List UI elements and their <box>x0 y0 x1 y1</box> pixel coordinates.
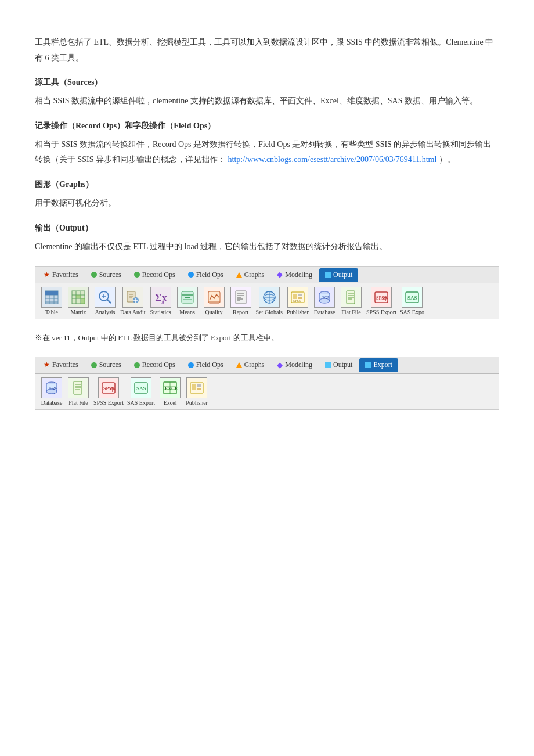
svg-rect-89 <box>197 384 201 387</box>
tool2-spssexport[interactable]: SPSS SPSS Export <box>93 377 124 406</box>
tool-flatfile[interactable]: Flat File <box>340 287 363 315</box>
section2-link[interactable]: http://www.cnblogs.com/esestt/archive/20… <box>228 155 437 164</box>
svg-line-17 <box>107 300 111 303</box>
quality-icon <box>204 287 225 308</box>
graphs-triangle-icon <box>236 272 242 278</box>
tool-means[interactable]: Means <box>176 287 199 315</box>
sources-dot-icon <box>91 272 97 278</box>
section3-title: 图形（Graphs） <box>35 179 499 190</box>
tab2-output[interactable]: Output <box>319 358 358 372</box>
tab1-sources-label: Sources <box>99 271 121 279</box>
svg-text:SPSS: SPSS <box>293 299 301 303</box>
tab1-favorites-label: Favorites <box>52 271 78 279</box>
setglobals-label: Set Globals <box>256 309 283 315</box>
flatfile-label2: Flat File <box>68 399 88 406</box>
tab2-export[interactable]: Export <box>359 358 398 372</box>
modeling-icon: ◆ <box>277 270 283 279</box>
tool2-excel[interactable]: EXCEL Excel <box>158 377 182 406</box>
tab1-graphs[interactable]: Graphs <box>230 268 270 282</box>
tab2-sources[interactable]: Sources <box>85 358 127 372</box>
tab2-favorites[interactable]: ★ Favorites <box>38 358 84 372</box>
spssexport-label: SPSS Export <box>366 309 396 315</box>
tab2-modeling[interactable]: ◆ Modeling <box>271 358 318 372</box>
tool-database[interactable]: SQL Database <box>313 287 336 315</box>
tool-dataaudit[interactable]: Data Audit <box>120 287 146 315</box>
tool-setglobals[interactable]: Set Globals <box>256 287 283 315</box>
tab2-fieldops-label: Field Ops <box>196 361 223 369</box>
tab1-fieldops[interactable]: Field Ops <box>182 268 229 282</box>
database-icon: SQL <box>314 287 335 308</box>
tab2-sources-label: Sources <box>99 361 121 369</box>
section4-body: Clementine 的输出不仅仅是 ETL 过程中的 load 过程，它的输出… <box>35 239 499 255</box>
svg-rect-14 <box>76 295 81 298</box>
section1-title: 源工具（Sources） <box>35 77 499 88</box>
tab2-graphs[interactable]: Graphs <box>230 358 270 372</box>
tool2-database[interactable]: SQL Database <box>40 377 63 406</box>
star-icon: ★ <box>44 271 50 279</box>
flatfile-icon <box>341 287 362 308</box>
tab2-output-label: Output <box>333 361 352 369</box>
svg-text:π: π <box>161 298 164 305</box>
tab2-modeling-label: Modeling <box>285 361 312 369</box>
quality-label: Quality <box>205 309 223 315</box>
star-icon2: ★ <box>44 361 50 369</box>
output-square-icon2 <box>325 362 331 368</box>
tab1-modeling-label: Modeling <box>285 271 312 279</box>
tab2-export-label: Export <box>373 361 392 369</box>
tool-table[interactable]: Table <box>40 287 63 315</box>
sasexport-icon2: SAS <box>131 377 151 398</box>
spssexport-icon: SPSS <box>371 287 392 308</box>
tab2-fieldops[interactable]: Field Ops <box>182 358 229 372</box>
tab1-output-label: Output <box>333 271 352 279</box>
database-label2: Database <box>41 399 63 406</box>
output-square-icon <box>325 272 331 278</box>
export-square-icon <box>365 362 371 368</box>
tab1-output[interactable]: Output <box>319 268 358 282</box>
tool-analysis[interactable]: Analysis <box>93 287 117 315</box>
toolbar2: ★ Favorites Sources Record Ops Field Ops… <box>35 357 499 410</box>
tool-statistics[interactable]: Σx π Statistics <box>149 287 172 315</box>
section1-body: 相当 SSIS 数据流中的源组件啦，clementine 支持的数据源有数据库、… <box>35 93 499 109</box>
toolbar2-tabs: ★ Favorites Sources Record Ops Field Ops… <box>35 357 499 374</box>
tab1-recordops[interactable]: Record Ops <box>128 268 181 282</box>
setglobals-icon <box>259 287 280 308</box>
tool2-publisher[interactable]: Publisher <box>185 377 208 406</box>
svg-rect-6 <box>45 291 49 295</box>
svg-text:SAS: SAS <box>407 295 417 301</box>
table-icon <box>41 287 62 308</box>
tab1-graphs-label: Graphs <box>244 271 265 279</box>
svg-text:SQL: SQL <box>49 386 57 390</box>
section4-title: 输出（Output） <box>35 223 499 233</box>
tool-quality[interactable]: Quality <box>203 287 226 315</box>
tool-spssexport[interactable]: SPSS SPSS Export <box>366 287 396 315</box>
toolbar1-icons: Table Matrix <box>35 283 499 319</box>
tool2-sasexport[interactable]: SAS SAS Export <box>127 377 155 406</box>
tool2-flatfile[interactable]: Flat File <box>67 377 90 406</box>
analysis-label: Analysis <box>95 309 116 315</box>
svg-rect-47 <box>298 294 302 296</box>
fieldops-dot-icon <box>188 272 194 278</box>
tab1-fieldops-label: Field Ops <box>196 271 223 279</box>
tool-publisher[interactable]: SPSS Publisher <box>286 287 309 315</box>
sasexport-label2: SAS Export <box>127 399 155 406</box>
flatfile-label: Flat File <box>341 309 361 315</box>
database-label: Database <box>314 309 335 315</box>
recordops-dot-icon <box>134 272 140 278</box>
svg-rect-46 <box>293 294 297 299</box>
tab1-sources[interactable]: Sources <box>85 268 127 282</box>
section2-body2: ）。 <box>439 155 455 164</box>
spssexport-icon2: SPSS <box>98 377 119 398</box>
note-text: ※在 ver 11，Output 中的 ETL 数据目的工具被分到了 Expor… <box>35 331 499 344</box>
tool-matrix[interactable]: Matrix <box>67 287 90 315</box>
tool-report[interactable]: Report <box>229 287 252 315</box>
spssexport-label2: SPSS Export <box>93 399 124 406</box>
section2-body: 相当于 SSIS 数据流的转换组件，Record Ops 是对数据行转换，Fie… <box>35 137 499 168</box>
flatfile-icon2 <box>68 377 89 398</box>
section2-title: 记录操作（Record Ops）和字段操作（Field Ops） <box>35 121 499 131</box>
tab1-favorites[interactable]: ★ Favorites <box>38 268 84 282</box>
tool-sasexport[interactable]: SAS SAS Expo <box>400 287 424 315</box>
svg-rect-33 <box>208 291 220 303</box>
tab1-modeling[interactable]: ◆ Modeling <box>271 268 318 282</box>
tab2-recordops[interactable]: Record Ops <box>128 358 181 372</box>
svg-text:EXCEL: EXCEL <box>165 386 178 391</box>
